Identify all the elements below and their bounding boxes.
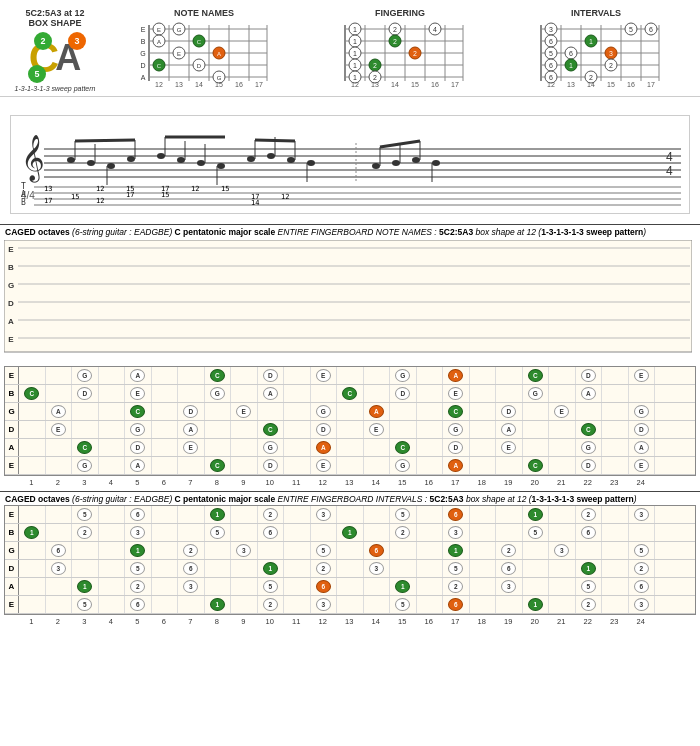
svg-text:17: 17 xyxy=(44,197,52,205)
logo-graphic: 2 C A 3 5 xyxy=(10,30,100,85)
svg-text:D: D xyxy=(140,62,145,69)
section2-sweep: 1-3-1-3-1-3 sweep pattern xyxy=(532,494,634,504)
svg-point-143 xyxy=(177,157,185,163)
fingerboard-notes: E B G D A E // Will be drawn by JS xyxy=(4,240,696,364)
svg-text:17: 17 xyxy=(255,81,263,88)
top-section: 5C2:5A3 at 12BOX SHAPE 2 C A 3 5 1-3-1-3… xyxy=(0,0,700,97)
section1-scale: C pentatonic major scale xyxy=(175,227,276,237)
svg-point-150 xyxy=(247,156,255,162)
fret-diagram-note-names: NOTE NAMES E B G D xyxy=(110,8,298,89)
svg-text:D: D xyxy=(197,63,202,69)
svg-point-164 xyxy=(412,157,420,163)
fret-diagram-intervals: INTERVALS 3 5 6 xyxy=(502,8,690,89)
fb-grid-intervals: E5612356123B1235612356G6123561235D356123… xyxy=(4,505,696,615)
svg-text:D: D xyxy=(8,299,14,308)
svg-text:E: E xyxy=(141,26,146,33)
svg-text:E: E xyxy=(8,245,14,254)
svg-rect-192 xyxy=(4,240,692,352)
svg-text:16: 16 xyxy=(627,81,635,88)
svg-text:16: 16 xyxy=(431,81,439,88)
logo-sweep: 1-3-1-3-1-3 sweep pattern xyxy=(10,85,100,92)
svg-text:2: 2 xyxy=(589,74,593,81)
svg-text:2: 2 xyxy=(609,62,613,69)
section1-sweep: 1-3-1-3-1-3 sweep pattern xyxy=(541,227,643,237)
svg-text:B: B xyxy=(8,263,14,272)
svg-point-147 xyxy=(217,163,225,169)
svg-text:4: 4 xyxy=(666,164,673,178)
svg-text:14: 14 xyxy=(251,199,259,206)
fret-diagrams: NOTE NAMES E B G D xyxy=(110,8,690,89)
mini-fretboard-fingering: 1 2 4 1 2 2 1 2 1 2 1 xyxy=(335,21,465,89)
svg-point-162 xyxy=(392,160,400,166)
badge-3: 3 xyxy=(68,32,86,50)
svg-text:A: A xyxy=(141,74,146,81)
svg-text:12: 12 xyxy=(155,81,163,88)
svg-text:12: 12 xyxy=(281,193,289,201)
svg-text:B: B xyxy=(21,198,26,206)
svg-text:1: 1 xyxy=(353,26,357,33)
section1-caged: CAGED octaves xyxy=(5,227,70,237)
svg-point-160 xyxy=(372,163,380,169)
svg-text:17: 17 xyxy=(451,81,459,88)
svg-text:6: 6 xyxy=(549,62,553,69)
diagram-title-intervals: INTERVALS xyxy=(571,8,621,18)
svg-text:4: 4 xyxy=(433,26,437,33)
svg-text:6: 6 xyxy=(649,26,653,33)
svg-text:17: 17 xyxy=(647,81,655,88)
svg-text:E: E xyxy=(177,51,181,57)
svg-text:G: G xyxy=(140,50,145,57)
svg-text:2: 2 xyxy=(413,50,417,57)
svg-text:2: 2 xyxy=(373,74,377,81)
svg-text:E: E xyxy=(8,335,14,344)
badge-2: 2 xyxy=(34,32,52,50)
svg-text:2: 2 xyxy=(373,62,377,69)
svg-point-166 xyxy=(432,160,440,166)
svg-text:14: 14 xyxy=(195,81,203,88)
svg-point-156 xyxy=(307,160,315,166)
section2-label: CAGED octaves (6-string guitar : EADGBE)… xyxy=(0,491,700,505)
svg-text:A: A xyxy=(157,39,161,45)
svg-text:2: 2 xyxy=(393,26,397,33)
staff-svg: 𝄞 4/4 xyxy=(16,121,686,206)
section2-scale: C pentatonic major scale xyxy=(175,494,276,504)
svg-text:5: 5 xyxy=(549,50,553,57)
svg-text:1: 1 xyxy=(353,50,357,57)
svg-text:13: 13 xyxy=(175,81,183,88)
svg-text:6: 6 xyxy=(549,38,553,45)
svg-line-158 xyxy=(255,140,295,141)
diagram-title-fingering: FINGERING xyxy=(375,8,425,18)
svg-text:E: E xyxy=(157,27,161,33)
svg-point-152 xyxy=(267,153,275,159)
svg-text:17: 17 xyxy=(126,191,134,199)
svg-text:15: 15 xyxy=(221,185,229,193)
svg-text:6: 6 xyxy=(549,74,553,81)
svg-text:3: 3 xyxy=(609,50,613,57)
svg-text:1: 1 xyxy=(353,62,357,69)
svg-text:A: A xyxy=(217,51,221,57)
diagram-title-notes: NOTE NAMES xyxy=(174,8,234,18)
section2-caged: CAGED octaves xyxy=(5,494,70,504)
svg-text:15: 15 xyxy=(607,81,615,88)
mini-fretboard-notes: E B G D A E G C A E C xyxy=(139,21,269,89)
svg-text:A: A xyxy=(8,317,14,326)
mini-fretboard-intervals: 3 5 6 6 1 5 6 3 6 1 2 xyxy=(531,21,661,89)
fret-diagram-fingering: FINGERING 1 2 4 xyxy=(306,8,494,89)
svg-text:1: 1 xyxy=(569,62,573,69)
svg-text:1: 1 xyxy=(589,38,593,45)
svg-line-140 xyxy=(75,140,135,141)
svg-text:5: 5 xyxy=(629,26,633,33)
svg-text:12: 12 xyxy=(547,81,555,88)
logo-title: 5C2:5A3 at 12BOX SHAPE xyxy=(10,8,100,28)
svg-text:13: 13 xyxy=(567,81,575,88)
svg-text:15: 15 xyxy=(215,81,223,88)
caged-logo: 5C2:5A3 at 12BOX SHAPE 2 C A 3 5 1-3-1-3… xyxy=(10,8,100,92)
svg-text:15: 15 xyxy=(161,191,169,199)
svg-point-154 xyxy=(287,157,295,163)
fret-num-row-notes: 123456789101112131415161718192021222324 xyxy=(4,478,696,487)
badge-5: 5 xyxy=(28,65,46,83)
svg-text:3: 3 xyxy=(549,26,553,33)
svg-text:B: B xyxy=(141,38,146,45)
section1-box: 5C2:5A3 xyxy=(439,227,473,237)
main-content: 𝄞 4/4 xyxy=(0,97,700,224)
svg-text:2: 2 xyxy=(393,38,397,45)
